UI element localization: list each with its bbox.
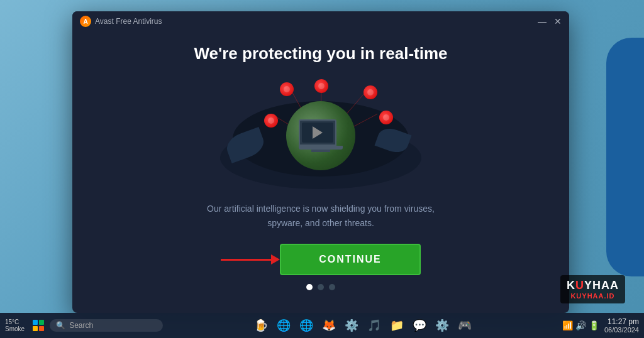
search-icon: 🔍 [56,321,65,330]
laptop-icon [299,119,343,152]
volume-icon: 🔊 [575,320,586,330]
virus-icon-1 [280,82,294,96]
laptop-stand [311,150,330,152]
watermark-url: KUYHAA.ID [567,292,619,300]
search-label: Search [69,321,93,330]
windows-logo-icon [33,320,44,331]
titlebar: A Avast Free Antivirus — ✕ [72,11,569,31]
play-button-icon [313,126,323,139]
taskbar-settings-icon[interactable]: ⚙️ [341,315,362,335]
taskbar-edge-icon[interactable]: 🌐 [274,315,294,335]
window-content: We're protecting you in real-time [72,31,569,313]
virus-icon-5 [264,114,278,128]
pagination-dot-3[interactable] [329,284,335,290]
taskbar-folder-icon[interactable]: 📁 [387,315,407,335]
weather-temp: 15°C [5,319,25,325]
virus-icon-4 [379,111,393,124]
virus-body-1 [280,82,294,96]
system-tray-icons: 📶 🔊 🔋 [562,320,599,330]
desktop-blob [606,38,644,276]
clock-date: 06/03/2024 [604,326,639,334]
taskbar: 15°C Smoke 🔍 Search 🍺 🌐 🌐 🦊 ⚙️ 🎵 📁 💬 ⚙️ … [0,313,644,338]
clock-widget: 11:27 pm 06/03/2024 [604,317,639,334]
virus-icon-2 [314,79,328,93]
minimize-button[interactable]: — [538,17,547,26]
pagination-dot-2[interactable] [318,284,324,290]
windows-start-button[interactable] [31,318,46,333]
watermark-brand: KUYHAA [567,279,619,292]
taskbar-chrome-icon[interactable]: 🌐 [296,315,316,335]
virus-body-3 [364,85,377,99]
arrow-head-icon [271,254,280,264]
virus-icon-3 [364,85,377,99]
globe-icon [286,101,355,170]
virus-body-2 [314,79,328,93]
virus-body-4 [379,111,393,124]
titlebar-controls: — ✕ [538,17,562,26]
taskbar-whatsapp-icon[interactable]: 💬 [409,315,430,335]
arrow-line [221,259,271,261]
watermark: KUYHAA KUYHAA.ID [560,275,625,303]
taskbar-firefox-icon[interactable]: 🦊 [319,315,339,335]
battery-icon: 🔋 [589,320,599,330]
virus-body-5 [264,114,278,128]
taskbar-right: 📶 🔊 🔋 11:27 pm 06/03/2024 [562,317,639,334]
avast-logo-icon: A [80,16,91,27]
taskbar-game-icon[interactable]: 🎮 [455,315,475,335]
laptop-screen [299,119,336,146]
pagination-dot-1[interactable] [306,284,313,290]
laptop-screen-inner [302,123,333,143]
taskbar-search[interactable]: 🔍 Search [50,319,163,332]
description-text: Our artificial intelligence is now shiel… [195,202,447,230]
app-window: A Avast Free Antivirus — ✕ We're protect… [72,11,569,313]
illustration [214,76,428,189]
weather-widget: 15°C Smoke [5,319,25,332]
taskbar-gear2-icon[interactable]: ⚙️ [432,315,452,335]
close-button[interactable]: ✕ [554,17,562,26]
pagination [306,284,335,290]
titlebar-left: A Avast Free Antivirus [80,16,162,27]
clock-time: 11:27 pm [604,317,639,326]
taskbar-center: 🍺 🌐 🌐 🦊 ⚙️ 🎵 📁 💬 ⚙️ 🎮 [251,315,475,335]
continue-button[interactable]: CONTINUE [280,244,421,275]
taskbar-spotify-icon[interactable]: 🎵 [364,315,384,335]
taskbar-files-icon[interactable]: 🍺 [251,315,271,335]
taskbar-left: 15°C Smoke 🔍 Search [5,318,163,333]
weather-condition: Smoke [5,325,25,332]
main-heading: We're protecting you in real-time [194,44,448,63]
arrow-indicator [221,254,280,264]
wifi-icon: 📶 [562,320,573,330]
window-title: Avast Free Antivirus [95,17,162,26]
